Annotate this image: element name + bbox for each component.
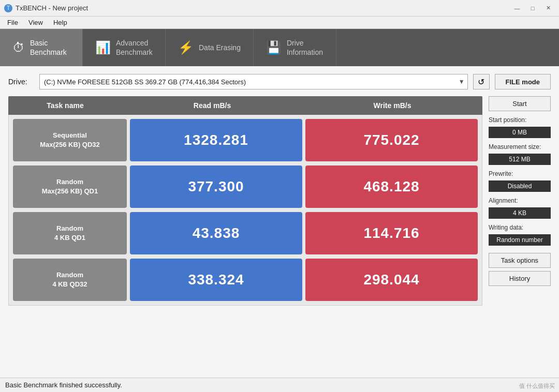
prewrite-label: Prewrite:: [489, 170, 551, 177]
table-row: RandomMax(256 KB) QD1377.300468.128: [9, 165, 482, 208]
menu-file[interactable]: File: [2, 18, 23, 27]
col-task-name: Task name: [8, 101, 122, 110]
tab-advanced-benchmark-label: AdvancedBenchmark: [116, 38, 153, 57]
tab-data-erasing[interactable]: ⚡ Data Erasing: [166, 29, 254, 66]
tab-basic-benchmark[interactable]: ⏱ BasicBenchmark: [0, 29, 83, 66]
table-header: Task name Read mB/s Write mB/s: [8, 96, 482, 115]
file-mode-button[interactable]: FILE mode: [495, 74, 551, 89]
menu-help[interactable]: Help: [48, 18, 72, 27]
status-text: Basic Benchmark finished successfully.: [5, 381, 122, 389]
right-panel: Start Start position: 0 MB Measurement s…: [489, 96, 551, 386]
start-position-label: Start position:: [489, 116, 551, 124]
start-button[interactable]: Start: [489, 96, 551, 111]
watermark: 值 什么值得买: [519, 382, 555, 390]
tab-drive-information-label: DriveInformation: [287, 38, 323, 57]
task-name-cell: Random4 KB QD1: [13, 212, 127, 254]
tab-bar: ⏱ BasicBenchmark 📊 AdvancedBenchmark ⚡ D…: [0, 29, 559, 66]
read-value: 338.324: [130, 259, 302, 301]
tab-basic-benchmark-label: BasicBenchmark: [30, 38, 67, 57]
measurement-size-label: Measurement size:: [489, 143, 551, 150]
drive-selector-wrapper: (C:) NVMe FORESEE 512GB SS 369.27 GB (77…: [39, 74, 468, 89]
write-value: 468.128: [305, 165, 478, 208]
task-name-cell: SequentialMax(256 KB) QD32: [13, 119, 127, 161]
table-row: SequentialMax(256 KB) QD321328.281775.02…: [9, 119, 482, 161]
drive-select[interactable]: (C:) NVMe FORESEE 512GB SS 369.27 GB (77…: [39, 74, 468, 89]
drive-row: Drive: (C:) NVMe FORESEE 512GB SS 369.27…: [8, 72, 551, 91]
tab-drive-information[interactable]: 💾 DriveInformation: [254, 29, 336, 66]
basic-benchmark-icon: ⏱: [12, 41, 25, 54]
alignment-value: 4 KB: [489, 207, 551, 219]
write-value: 298.044: [305, 259, 478, 301]
tab-advanced-benchmark[interactable]: 📊 AdvancedBenchmark: [83, 29, 166, 66]
close-button[interactable]: ✕: [541, 4, 555, 13]
maximize-button[interactable]: □: [526, 4, 539, 13]
benchmark-table: Task name Read mB/s Write mB/s Sequentia…: [8, 96, 482, 386]
prewrite-value: Disabled: [489, 180, 551, 192]
col-read: Read mB/s: [122, 101, 302, 110]
measurement-size-value: 512 MB: [489, 154, 551, 165]
write-value: 775.022: [305, 119, 478, 161]
menu-bar: File View Help: [0, 17, 559, 29]
col-write: Write mB/s: [302, 101, 482, 110]
writing-data-label: Writing data:: [489, 224, 551, 231]
tab-data-erasing-label: Data Erasing: [199, 43, 241, 52]
alignment-label: Alignment:: [489, 197, 551, 204]
window-title: TxBENCH - New project: [16, 4, 88, 12]
read-value: 377.300: [130, 165, 302, 208]
window-controls: — □ ✕: [510, 4, 555, 13]
read-value: 1328.281: [130, 119, 302, 161]
title-bar: T TxBENCH - New project — □ ✕: [0, 0, 559, 17]
history-button[interactable]: History: [489, 271, 551, 286]
table-body: SequentialMax(256 KB) QD321328.281775.02…: [8, 115, 482, 306]
table-row: Random4 KB QD32338.324298.044: [9, 259, 482, 301]
write-value: 114.716: [305, 212, 478, 254]
drive-label: Drive:: [8, 78, 34, 86]
task-name-cell: RandomMax(256 KB) QD1: [13, 165, 127, 208]
menu-view[interactable]: View: [23, 18, 48, 27]
drive-refresh-button[interactable]: ↺: [473, 74, 490, 89]
task-options-button[interactable]: Task options: [489, 253, 551, 268]
task-name-cell: Random4 KB QD32: [13, 259, 127, 301]
main-content: Drive: (C:) NVMe FORESEE 512GB SS 369.27…: [0, 66, 559, 392]
table-area: Task name Read mB/s Write mB/s Sequentia…: [8, 96, 551, 386]
app-icon: T: [4, 4, 12, 12]
drive-information-icon: 💾: [266, 41, 282, 54]
read-value: 43.838: [130, 212, 302, 254]
start-position-value: 0 MB: [489, 127, 551, 138]
data-erasing-icon: ⚡: [178, 41, 194, 54]
table-row: Random4 KB QD143.838114.716: [9, 212, 482, 254]
minimize-button[interactable]: —: [510, 4, 524, 13]
status-bar: Basic Benchmark finished successfully.: [0, 378, 559, 392]
writing-data-value: Random number: [489, 234, 551, 246]
advanced-benchmark-icon: 📊: [95, 41, 111, 54]
title-bar-left: T TxBENCH - New project: [4, 4, 88, 12]
